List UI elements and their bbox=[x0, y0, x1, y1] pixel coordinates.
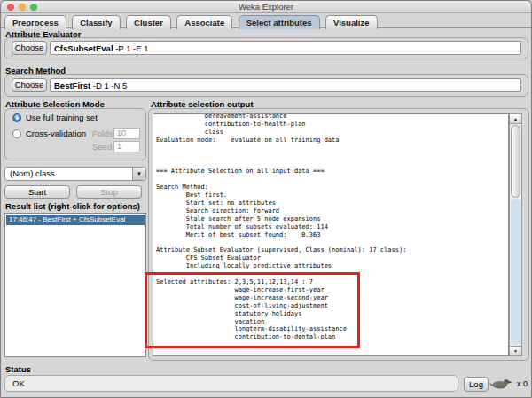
class-attribute-dropdown[interactable]: (Nom) class ▼ bbox=[4, 167, 146, 181]
folds-field[interactable]: 10 bbox=[113, 128, 140, 139]
weka-bird-icon bbox=[489, 377, 513, 390]
cross-validation-label[interactable]: Cross-validation bbox=[26, 129, 86, 138]
search-choose-button[interactable]: Choose bbox=[12, 78, 47, 92]
tab-classify[interactable]: Classify bbox=[72, 15, 120, 29]
start-button[interactable]: Start bbox=[4, 185, 70, 199]
result-list-label: Result list (right-click for options) bbox=[5, 201, 140, 211]
use-full-training-set-radio[interactable] bbox=[12, 113, 21, 122]
evaluator-scheme-name: CfsSubsetEval bbox=[54, 43, 113, 53]
evaluator-choose-button[interactable]: Choose bbox=[12, 41, 47, 55]
scroll-up-icon[interactable]: ▲ bbox=[510, 114, 521, 124]
status-message: OK bbox=[4, 375, 458, 392]
log-button[interactable]: Log bbox=[464, 377, 489, 392]
tab-preprocess[interactable]: Preprocess bbox=[4, 15, 66, 29]
seed-label: Seed bbox=[92, 142, 112, 152]
evaluator-scheme-field[interactable]: CfsSubsetEval -P 1 -E 1 bbox=[50, 41, 521, 55]
scrollbar-thumb[interactable] bbox=[511, 125, 520, 198]
output-text: bereavement-assistance contribution-to-h… bbox=[153, 113, 508, 341]
result-list-item[interactable]: 17:46:47 - BestFirst + CfsSubsetEval bbox=[6, 215, 145, 225]
main-tabs: Preprocess Classify Cluster Associate Se… bbox=[1, 13, 531, 28]
scrollbar-track[interactable] bbox=[511, 199, 520, 345]
tab-associate[interactable]: Associate bbox=[176, 15, 232, 29]
stop-button[interactable]: Stop bbox=[76, 185, 142, 199]
scroll-down-icon[interactable]: ▼ bbox=[510, 346, 521, 355]
class-attribute-value: (Nom) class bbox=[10, 168, 55, 180]
weka-explorer-window: Weka Explorer Preprocess Classify Cluste… bbox=[0, 0, 532, 398]
search-scheme-field[interactable]: BestFirst -D 1 -N 5 bbox=[50, 78, 521, 92]
title-bar: Weka Explorer bbox=[1, 1, 531, 13]
folds-label: Folds bbox=[92, 129, 113, 138]
evaluator-scheme-params: -P 1 -E 1 bbox=[113, 43, 149, 53]
output-textarea[interactable]: bereavement-assistance contribution-to-h… bbox=[153, 113, 509, 356]
status-label: Status bbox=[5, 364, 31, 374]
seed-field[interactable]: 1 bbox=[113, 141, 140, 152]
search-scheme-params: -D 1 -N 5 bbox=[90, 81, 127, 90]
bird-counter: x 0 bbox=[517, 379, 528, 388]
tab-cluster[interactable]: Cluster bbox=[126, 15, 171, 29]
tab-select-attributes[interactable]: Select attributes bbox=[239, 15, 320, 29]
search-scheme-name: BestFirst bbox=[54, 81, 90, 90]
result-list[interactable]: 17:46:47 - BestFirst + CfsSubsetEval bbox=[4, 213, 146, 357]
chevron-down-icon[interactable]: ▼ bbox=[132, 168, 145, 180]
cross-validation-radio[interactable] bbox=[12, 129, 21, 138]
window-title: Weka Explorer bbox=[1, 1, 531, 12]
tab-visualize[interactable]: Visualize bbox=[325, 15, 378, 29]
output-scrollbar[interactable]: ▲ ▼ bbox=[509, 113, 522, 356]
use-full-training-set-label[interactable]: Use full training set bbox=[26, 113, 98, 122]
